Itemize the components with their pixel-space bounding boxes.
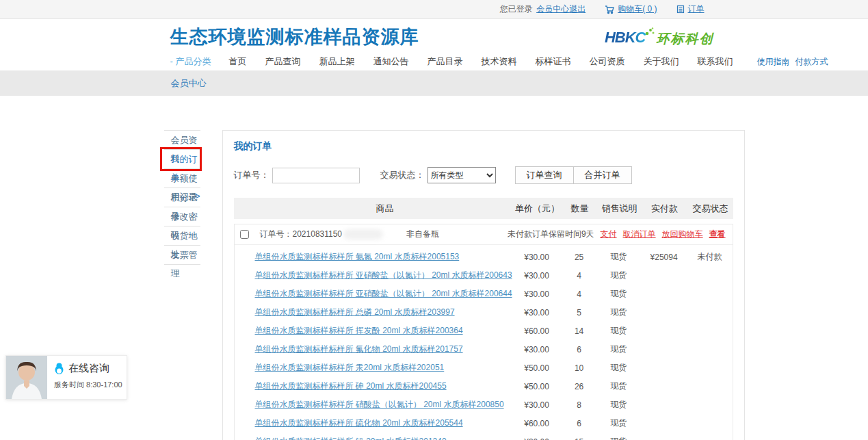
chat-hours: 服务时间 8:30-17:00 <box>54 380 122 390</box>
product-qty: 10 <box>562 363 597 373</box>
site-title: 生态环境监测标准样品资源库 <box>170 25 419 49</box>
product-link[interactable]: 单组份水质监测标样标样所 硝酸盐（以氮计） 20ml 水质标样200850 <box>240 399 512 411</box>
product-link[interactable]: 单组份水质监测标样标样所 汞20ml 水质标样202051 <box>240 362 512 374</box>
nav-item[interactable]: 技术资料 <box>481 55 516 68</box>
nav-item[interactable]: 产品目录 <box>427 55 462 68</box>
nav-item[interactable]: 产品查询 <box>265 55 300 68</box>
order-number: 20210831150 <box>293 229 343 239</box>
header-quantity: 数量 <box>562 203 598 215</box>
sidebar-item-invoice-management[interactable]: 发票管理 <box>164 246 200 265</box>
product-price: ¥30.00 <box>512 271 562 281</box>
brand-name: 环标科创 <box>657 30 714 48</box>
chat-widget[interactable]: 在线咨询 服务时间 8:30-17:00 <box>5 355 127 400</box>
nav-item[interactable]: 关于我们 <box>643 55 679 68</box>
logout-link[interactable]: 退出 <box>569 3 586 15</box>
product-row: 单组份水质监测标样标样所 氨氮 20ml 水质标样2005153 ¥30.00 … <box>235 248 733 266</box>
hold-time-text: 未付款订单保留时间9天 <box>508 229 594 240</box>
product-link[interactable]: 单组份水质监测标样标样所 亚硝酸盐（以氮计） 20ml 水质标样200644 <box>240 288 512 300</box>
brand-abbr: HBKC <box>605 29 646 47</box>
product-qty: 14 <box>562 326 597 336</box>
product-link[interactable]: 单组份水质监测标样标样所 氟化物 20ml 水质标样201757 <box>240 344 512 355</box>
order-checkbox[interactable] <box>240 230 249 239</box>
product-link[interactable]: 单组份水质监测标样标样所 氨氮 20ml 水质标样2005153 <box>240 251 512 263</box>
payment-method-link[interactable]: 付款方式 <box>795 56 828 68</box>
header-sale-note: 销售说明 <box>598 203 642 215</box>
product-price: ¥60.00 <box>512 419 562 428</box>
header-trade-status: 交易状态 <box>688 203 733 215</box>
order-query-button[interactable]: 订单查询 <box>515 166 574 184</box>
usage-guide-link[interactable]: 使用指南 <box>757 56 789 68</box>
product-paid-amount: ¥25094 <box>641 253 687 262</box>
order-number-redaction <box>343 229 383 240</box>
product-sale-note: 现货 <box>597 417 641 429</box>
product-sale-note: 现货 <box>597 380 641 392</box>
site-header: 生态环境监测标准样品资源库 HBKC 环标科创 - 产品分类 首页产品查询新品上… <box>0 19 868 70</box>
nav-item[interactable]: 新品上架 <box>319 55 354 68</box>
nav-bullet: - <box>170 56 173 66</box>
sidebar-item-points-records[interactable]: 积分记录 <box>164 188 200 207</box>
product-price: ¥30.00 <box>512 308 562 318</box>
product-price: ¥30.00 <box>512 289 562 299</box>
brand-logo: HBKC 环标科创 <box>605 29 714 48</box>
nav-item[interactable]: 联系我们 <box>697 55 733 68</box>
brand-dots-icon <box>644 27 655 40</box>
product-link[interactable]: 单组份水质监测标样标样所 铅 20ml 水质标样201240 <box>240 436 512 440</box>
product-qty: 25 <box>562 253 597 262</box>
product-sale-note: 现货 <box>597 307 641 318</box>
sidebar-item-balance-records[interactable]: 余额使用记录 <box>164 169 200 188</box>
product-qty: 4 <box>562 289 597 299</box>
orders-link[interactable]: 订单 <box>688 3 705 15</box>
product-sale-note: 现货 <box>597 270 641 281</box>
order-no-input[interactable] <box>272 168 360 183</box>
member-sidebar: 会员资料 我的订单> 余额使用记录 积分记录 修改密码 收货地址 发票管理 <box>164 130 200 265</box>
nav-item[interactable]: 通知公告 <box>373 55 408 68</box>
breadcrumb[interactable]: 会员中心 <box>171 78 207 88</box>
return-to-cart-link[interactable]: 放回购物车 <box>662 229 703 240</box>
pay-link[interactable]: 支付 <box>601 229 617 240</box>
product-price: ¥30.00 <box>512 253 562 262</box>
product-trade-status: 未付款 <box>687 251 733 263</box>
sidebar-item-shipping-address[interactable]: 收货地址 <box>164 227 200 246</box>
product-row: 单组份水质监测标样标样所 亚硝酸盐（以氮计） 20ml 水质标样200644 ¥… <box>235 285 733 303</box>
nav-item[interactable]: 首页 <box>228 55 246 68</box>
nav-item[interactable]: 公司资质 <box>589 55 624 68</box>
product-link[interactable]: 单组份水质监测标样标样所 亚硝酸盐（以氮计） 20ml 水质标样200643 <box>240 270 512 281</box>
product-qty: 15 <box>562 437 597 440</box>
product-price: ¥50.00 <box>512 363 562 373</box>
product-row: 单组份水质监测标样标样所 挥发酚 20ml 水质标样200364 ¥60.00 … <box>235 322 733 340</box>
status-label: 交易状态： <box>380 169 425 181</box>
orders-panel: 我的订单 订单号： 交易状态： 所有类型 订单查询 合并订单 商品 单价（元） … <box>222 130 745 440</box>
orders-table-rows: 单组份水质监测标样标样所 氨氮 20ml 水质标样2005153 ¥30.00 … <box>235 245 733 440</box>
nav-item[interactable]: 标样证书 <box>535 55 570 68</box>
login-status: 您已登录 会员中心退出 <box>500 3 586 15</box>
merge-orders-button[interactable]: 合并订单 <box>573 166 632 184</box>
page-title: 我的订单 <box>234 140 733 153</box>
product-link[interactable]: 单组份水质监测标样标样所 硫化物 20ml 水质标样205544 <box>240 417 512 429</box>
product-row: 单组份水质监测标样标样所 氟化物 20ml 水质标样201757 ¥30.00 … <box>235 340 733 359</box>
product-qty: 6 <box>562 345 597 354</box>
order-list-icon <box>676 5 685 14</box>
sidebar-item-my-orders[interactable]: 我的订单> <box>164 150 200 169</box>
view-order-link[interactable]: 查看 <box>709 229 726 240</box>
nav-items: 首页产品查询新品上架通知公告产品目录技术资料标样证书公司资质关于我们联系我们 <box>228 55 751 68</box>
product-link[interactable]: 单组份水质监测标样标样所 总磷 20ml 水质标样203997 <box>240 307 512 318</box>
top-bar: 您已登录 会员中心退出 购物车( 0 ) 订单 <box>0 0 868 19</box>
product-sale-note: 现货 <box>597 288 641 300</box>
status-select[interactable]: 所有类型 <box>428 167 496 183</box>
cart-link[interactable]: 购物车( 0 ) <box>618 3 657 15</box>
product-row: 单组份水质监测标样标样所 汞20ml 水质标样202051 ¥50.00 10 … <box>235 359 733 377</box>
product-link[interactable]: 单组份水质监测标样标样所 砷 20ml 水质标样200455 <box>240 380 512 392</box>
cancel-order-link[interactable]: 取消订单 <box>623 229 656 240</box>
order-no-label: 订单号： <box>234 169 269 181</box>
nav-item-product-category[interactable]: - 产品分类 <box>170 55 211 68</box>
sidebar-item-member-info[interactable]: 会员资料 <box>164 131 200 150</box>
product-link[interactable]: 单组份水质监测标样标样所 挥发酚 20ml 水质标样200364 <box>240 325 512 337</box>
sidebar-item-change-password[interactable]: 修改密码 <box>164 207 200 227</box>
order-group-header: 订单号：20210831150 非自备瓶 未付款订单保留时间9天 支付 取消订单… <box>235 224 733 245</box>
header-paid-amount: 实付款 <box>642 203 688 215</box>
product-price: ¥30.00 <box>512 345 562 354</box>
member-center-link[interactable]: 会员中心 <box>536 3 569 15</box>
header-unit-price: 单价（元） <box>513 203 562 215</box>
product-qty: 26 <box>562 382 597 391</box>
product-price: ¥60.00 <box>512 326 562 336</box>
